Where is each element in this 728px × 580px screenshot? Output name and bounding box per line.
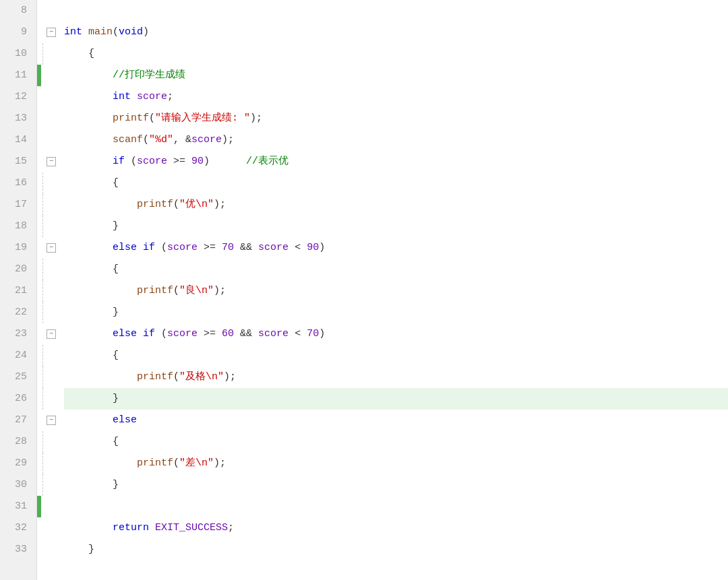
gutter-12 [37, 86, 57, 108]
token-paren: ( [113, 22, 119, 43]
line-num-30: 30 [0, 474, 31, 496]
gutter-25 [37, 366, 57, 388]
gutter-18 [37, 216, 57, 237]
token-ei-1: ( [155, 237, 167, 259]
gutter-9: − [37, 22, 57, 43]
code-line-30: } [64, 474, 728, 496]
code-line-22: } [64, 302, 728, 323]
token-if-cond-1: ( [125, 151, 137, 172]
indent-28: { [64, 431, 119, 453]
gutter-8 [37, 0, 57, 22]
token-p1: ( [149, 108, 155, 129]
indent-12 [64, 86, 113, 108]
token-printf-5: printf [137, 453, 173, 474]
token-op-1: >= [167, 151, 191, 172]
token-else-3: else [113, 410, 137, 431]
fold-icon-15[interactable]: − [47, 157, 56, 166]
line-num-27: 27 [0, 410, 31, 431]
line-num-11: 11 [0, 65, 31, 86]
line-num-21: 21 [0, 280, 31, 302]
indent-22: } [64, 302, 119, 323]
indent-17 [64, 194, 137, 216]
token-op-2: >= [198, 237, 222, 259]
token-ei-close-1: ) [319, 237, 325, 259]
token-score-2: score [191, 129, 222, 151]
gutter-33 [37, 539, 57, 560]
line-num-12: 12 [0, 86, 31, 108]
indent-24: { [64, 345, 119, 366]
token-op-5: < [289, 323, 307, 345]
fold-icon-19[interactable]: − [47, 243, 56, 253]
gutter-20 [37, 259, 57, 280]
gutter-11 [37, 65, 57, 86]
token-s2: ); [222, 129, 234, 151]
token-num-5: 70 [307, 323, 319, 345]
fold-icon-27[interactable]: − [47, 416, 56, 425]
token-num-1: 90 [191, 151, 204, 172]
token-printf-2: printf [137, 194, 173, 216]
code-line-31 [64, 496, 728, 517]
line-num-15: 15 [0, 151, 31, 172]
code-line-13: printf ( "请输入学生成绩: " ); [64, 108, 728, 129]
line-num-19: 19 [0, 237, 31, 259]
indent-15 [64, 151, 113, 172]
line-num-24: 24 [0, 345, 31, 366]
token-comment-1: //打印学生成绩 [64, 65, 185, 86]
token-if-close-1: ) [204, 151, 246, 172]
token-void: void [119, 22, 143, 43]
token-int-2: int [113, 86, 131, 108]
gutter-23: − [37, 323, 57, 345]
token-space [82, 22, 88, 43]
gutter-29 [37, 453, 57, 474]
token-else-2: else if [113, 323, 155, 345]
code-line-17: printf ( "优\n" ); [64, 194, 728, 216]
gutter-16 [37, 172, 57, 194]
token-p5: ( [173, 280, 179, 302]
token-int: int [64, 22, 82, 43]
gutter-24 [37, 345, 57, 366]
indent-29 [64, 453, 137, 474]
token-space-2 [131, 86, 137, 108]
token-p10: ); [214, 453, 226, 474]
gutter-13 [37, 108, 57, 129]
code-line-25: printf ( "及格\n" ); [64, 366, 728, 388]
line-num-29: 29 [0, 453, 31, 474]
fold-icon-9[interactable]: − [47, 28, 56, 37]
token-cmt-2: //表示优 [246, 151, 289, 172]
code-line-21: printf ( "良\n" ); [64, 280, 728, 302]
indent-23 [64, 323, 113, 345]
indent-18: } [64, 216, 119, 237]
code-line-23: else if ( score >= 60 && score < 70 ) [64, 323, 728, 345]
code-line-11: //打印学生成绩 [64, 65, 728, 86]
token-printf-1: printf [113, 108, 149, 129]
token-s1: ( [143, 129, 149, 151]
gutter-28 [37, 431, 57, 453]
code-area: int main ( void ) { //打印学生成绩 int score ; [57, 0, 728, 580]
line-num-32: 32 [0, 517, 31, 539]
code-line-16: { [64, 172, 728, 194]
token-str-2: "%d" [149, 129, 173, 151]
token-score-7: score [258, 323, 289, 345]
fold-icon-23[interactable]: − [47, 329, 56, 339]
line-num-9: 9 [0, 22, 31, 43]
line-num-14: 14 [0, 129, 31, 151]
token-return: return [113, 517, 149, 539]
token-and-1: && [234, 237, 258, 259]
code-line-9: int main ( void ) [64, 22, 728, 43]
code-line-10: { [64, 43, 728, 65]
code-line-32: return EXIT_SUCCESS ; [64, 517, 728, 539]
token-p4: ); [214, 194, 226, 216]
indent-13 [64, 108, 113, 129]
code-line-20: { [64, 259, 728, 280]
line-num-17: 17 [0, 194, 31, 216]
token-paren-close: ) [143, 22, 149, 43]
line-num-18: 18 [0, 216, 31, 237]
line-num-25: 25 [0, 366, 31, 388]
indent-26: } [64, 388, 119, 410]
token-semi: ; [167, 86, 173, 108]
token-p3: ( [173, 194, 179, 216]
line-num-20: 20 [0, 259, 31, 280]
code-line-8 [64, 0, 728, 22]
indent-33: } [64, 539, 94, 560]
token-exit-success: EXIT_SUCCESS [155, 517, 228, 539]
